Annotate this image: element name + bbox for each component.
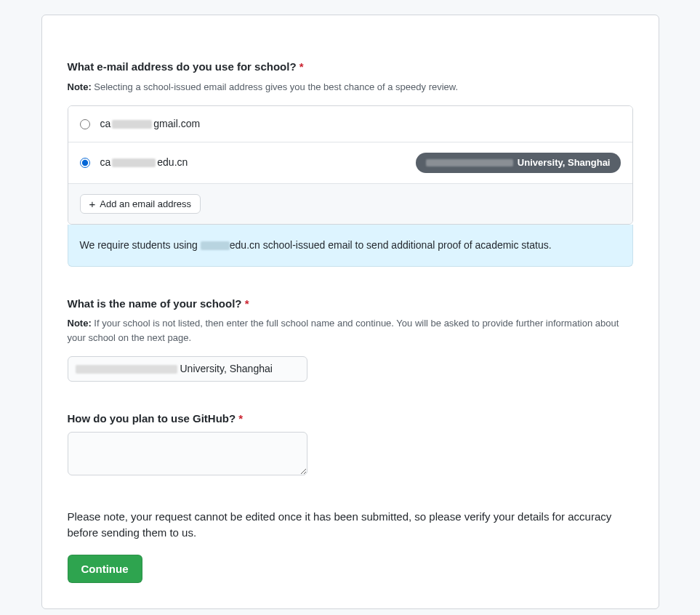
email-text-1: cagmail.com [100,116,201,132]
school-section: What is the name of your school? * Note:… [68,296,633,382]
note-label: Note: [68,318,92,329]
continue-button[interactable]: Continue [68,555,142,583]
school-value-suffix: University, Shanghai [180,361,273,377]
note-label: Note: [68,81,92,92]
email-radio-2[interactable] [80,158,90,168]
redacted-icon [76,365,177,374]
school-badge: University, Shanghai [416,153,621,173]
email-option-2[interactable]: caedu.cn University, Shanghai [68,142,632,183]
email-option-1[interactable]: cagmail.com [68,106,632,142]
usage-textarea[interactable] [68,432,307,475]
school-note: Note: If your school is not listed, then… [68,316,633,345]
info-suffix: school-issued email to send additional p… [260,239,552,251]
disclaimer-text: Please note, your request cannot be edit… [68,509,633,542]
required-asterisk: * [299,60,304,73]
required-asterisk: * [238,412,243,425]
email-section: What e-mail address do you use for schoo… [68,59,633,267]
usage-section: How do you plan to use GitHub? * [68,411,633,480]
note-text: If your school is not listed, then enter… [68,318,619,343]
usage-question-text: How do you plan to use GitHub? [68,412,236,425]
redacted-icon [112,120,152,129]
redacted-icon [201,241,230,250]
school-question-title: What is the name of your school? * [68,296,633,313]
continue-label: Continue [81,563,129,575]
form-container: What e-mail address do you use for schoo… [41,15,659,609]
note-text: Selecting a school-issued email address … [92,81,458,92]
email-suffix-1: gmail.com [153,116,200,132]
email-prefix-1: ca [100,116,111,132]
school-question-text: What is the name of your school? [68,297,242,310]
required-asterisk: * [245,297,249,310]
redacted-icon [426,159,513,166]
email-text-2: caedu.cn [100,155,188,170]
email-prefix-2: ca [100,155,111,170]
email-note: Note: Selecting a school-issued email ad… [68,80,633,95]
badge-text: University, Shanghai [518,156,611,170]
school-name-input[interactable]: University, Shanghai [68,356,307,382]
info-mid: edu.cn [230,239,260,251]
add-email-label: Add an email address [100,198,191,209]
info-banner: We require students using edu.cn school-… [68,225,633,267]
email-options-box: cagmail.com caedu.cn University, Shangha… [68,105,633,225]
add-email-row: +Add an email address [68,183,632,224]
usage-question-title: How do you plan to use GitHub? * [68,411,633,427]
info-prefix: We require students using [80,239,201,251]
email-question-text: What e-mail address do you use for schoo… [68,60,297,73]
email-radio-1[interactable] [80,119,90,129]
redacted-icon [112,158,156,167]
add-email-button[interactable]: +Add an email address [80,194,201,214]
email-suffix-2: edu.cn [157,155,188,170]
plus-icon: + [89,198,96,209]
email-question-title: What e-mail address do you use for schoo… [68,59,633,76]
